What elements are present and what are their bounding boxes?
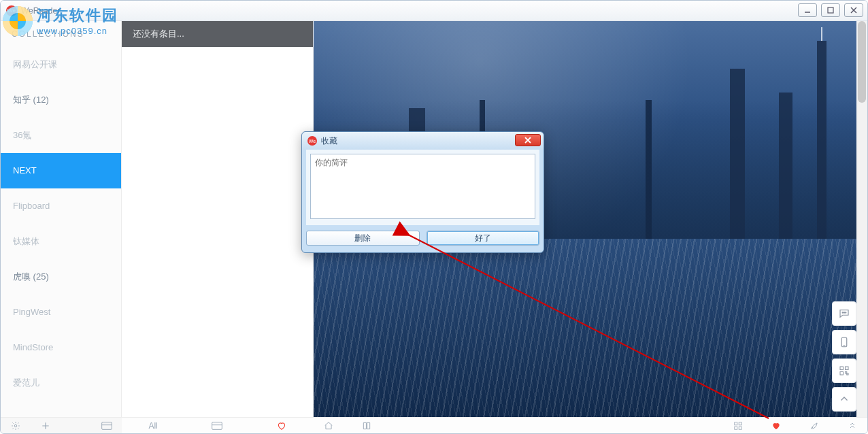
maximize-button[interactable] bbox=[821, 3, 840, 17]
sidebar-item[interactable]: NEXT bbox=[1, 153, 121, 188]
qrcode-button[interactable] bbox=[832, 358, 856, 383]
sidebar: Collections 网易公开课知乎 (12)36氪NEXTFlipboard… bbox=[1, 21, 122, 417]
svg-rect-24 bbox=[739, 427, 741, 429]
comment-button[interactable] bbox=[832, 301, 856, 326]
card-view-icon-2[interactable] bbox=[212, 420, 222, 431]
add-icon[interactable] bbox=[40, 420, 51, 431]
filter-all-label[interactable]: All bbox=[148, 421, 157, 431]
svg-rect-21 bbox=[735, 422, 737, 424]
dialog-title: 收藏 bbox=[321, 135, 337, 147]
favorite-icon-main[interactable] bbox=[771, 420, 782, 431]
svg-point-5 bbox=[844, 312, 844, 313]
minimize-button[interactable] bbox=[798, 3, 817, 17]
svg-rect-10 bbox=[846, 367, 849, 370]
bottombar: All bbox=[1, 417, 867, 433]
sidebar-item[interactable]: MindStore bbox=[1, 330, 121, 365]
grid-icon[interactable] bbox=[733, 420, 744, 431]
settings-icon[interactable] bbox=[10, 420, 21, 431]
app-icon: We bbox=[6, 5, 17, 16]
rocket-icon[interactable] bbox=[809, 420, 820, 431]
dialog-titlebar: We 收藏 bbox=[302, 132, 544, 150]
svg-rect-19 bbox=[212, 422, 222, 429]
ok-button[interactable]: 好了 bbox=[427, 231, 540, 246]
svg-rect-13 bbox=[847, 373, 848, 375]
sidebar-item[interactable]: Flipboard bbox=[1, 188, 121, 224]
sidebar-item[interactable]: 36氪 bbox=[1, 118, 121, 153]
collapse-icon[interactable] bbox=[847, 420, 858, 431]
svg-rect-22 bbox=[739, 422, 741, 424]
scrollbar-thumb[interactable] bbox=[858, 21, 866, 103]
scroll-top-button[interactable] bbox=[832, 387, 856, 412]
svg-rect-23 bbox=[735, 427, 737, 429]
svg-point-6 bbox=[846, 312, 846, 313]
sidebar-item[interactable]: 虎嗅 (25) bbox=[1, 259, 121, 295]
svg-point-4 bbox=[842, 312, 843, 313]
svg-rect-1 bbox=[828, 7, 833, 13]
sidebar-item[interactable]: 知乎 (12) bbox=[1, 82, 121, 118]
svg-rect-11 bbox=[840, 372, 844, 375]
sidebar-item[interactable]: 爱范儿 bbox=[1, 365, 121, 401]
sidebar-item[interactable]: PingWest bbox=[1, 295, 121, 330]
svg-rect-9 bbox=[840, 367, 844, 370]
delete-button[interactable]: 删除 bbox=[306, 231, 420, 246]
home-icon[interactable] bbox=[323, 420, 334, 431]
favorite-icon[interactable] bbox=[276, 420, 287, 431]
card-view-icon[interactable] bbox=[101, 420, 112, 431]
titlebar: We WeReader bbox=[1, 1, 867, 21]
read-icon[interactable] bbox=[361, 420, 372, 431]
dialog-close-button[interactable] bbox=[515, 134, 541, 146]
app-title: WeReader bbox=[21, 6, 60, 16]
list-column: 还没有条目... bbox=[122, 21, 314, 417]
dialog-app-icon: We bbox=[307, 136, 317, 146]
svg-rect-17 bbox=[102, 422, 112, 429]
mobile-button[interactable] bbox=[832, 330, 856, 354]
sidebar-item[interactable]: 网易公开课 bbox=[1, 47, 121, 82]
favorite-dialog: We 收藏 删除 好了 bbox=[301, 131, 544, 253]
comment-textarea[interactable] bbox=[310, 154, 535, 219]
scrollbar[interactable] bbox=[856, 21, 867, 417]
close-button[interactable] bbox=[844, 3, 863, 17]
svg-point-14 bbox=[14, 424, 17, 427]
sidebar-header: Collections bbox=[1, 21, 121, 47]
list-header: 还没有条目... bbox=[122, 21, 313, 47]
sidebar-item[interactable]: 钛媒体 bbox=[1, 224, 121, 259]
